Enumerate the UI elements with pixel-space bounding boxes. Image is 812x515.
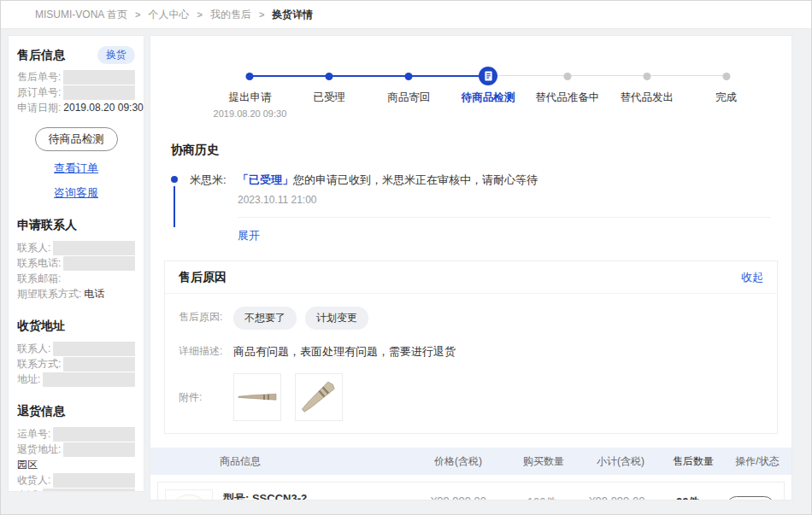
history-status: 「已受理」 (238, 173, 293, 186)
stepper-step-preparing: 替代品准备中 (527, 67, 607, 119)
collapse-link[interactable]: 收起 (741, 270, 763, 285)
prefer-contact-row: 期望联系方式: 电话 (17, 286, 135, 301)
applicant-phone-row: 联系电话: (17, 255, 135, 271)
redacted-address (43, 372, 135, 387)
shipping-address-title: 收货地址 (17, 319, 135, 334)
subtotal-value: ¥99,999.00 (575, 489, 659, 500)
step-dot (563, 73, 571, 80)
breadcrumb-home[interactable]: MISUMI-VONA 首页 (35, 8, 127, 22)
redacted-address-contact (53, 342, 135, 356)
attachment-thumbnail-1[interactable] (233, 373, 281, 421)
return-info-section: 退货信息 运单号: 退货地址: 园区 收货人: 电话: (17, 404, 135, 492)
product-cell: 型号: SSCCN3-2 高档双色沾塑柄活动扳手高档双色沾塑柄活动扳手 史丹利(… (165, 489, 409, 500)
reason-tag: 计划变更 (305, 307, 368, 330)
applicant-section: 申请联系人 联系人: 联系电话: 联系邮箱: 期望联系方式: 电话 (17, 218, 135, 301)
applicant-contact-row: 联系人: (17, 240, 135, 255)
goods-table: 商品信息 价格(含税) 购买数量 小计(含税) 售后数量 操作/状态 (150, 448, 791, 500)
table-row: 型号: SSCCN3-2 高档双色沾塑柄活动扳手高档双色沾塑柄活动扳手 史丹利(… (157, 482, 785, 500)
redacted-contact-name (53, 241, 135, 255)
contact-service-link[interactable]: 咨询客服 (17, 185, 135, 201)
prefer-contact-value: 电话 (84, 286, 104, 301)
reason-row: 售后原因: 不想要了 计划变更 (179, 307, 763, 330)
address-method-row: 联系方式: (17, 356, 135, 372)
history-message: 「已受理」您的申请已收到，米思米正在审核中，请耐心等待 (238, 173, 771, 188)
history-entry: 米思米: 「已受理」您的申请已收到，米思米正在审核中，请耐心等待 2023.10… (171, 173, 771, 243)
step-dot (722, 73, 730, 80)
breadcrumb-personal-center[interactable]: 个人中心 (148, 8, 189, 22)
expand-link[interactable]: 展开 (238, 228, 260, 243)
redacted-waybill (53, 427, 135, 442)
content-area: 售后信息 换货 售后单号: 原订单号: 申请日期: 2019.08.20 09:… (1, 29, 811, 500)
attachment-thumbnail-2[interactable] (295, 373, 343, 421)
product-image[interactable] (165, 489, 213, 500)
aftersale-reason-card: 售后原因 收起 售后原因: 不想要了 计划变更 详细描述: 商品有问题，表面处理… (164, 260, 778, 434)
breadcrumb-separator: > (197, 9, 202, 20)
timeline-line (174, 186, 175, 227)
breadcrumb-current: 换货详情 (272, 8, 313, 22)
redacted-return-phone (43, 489, 135, 493)
apply-date-row: 申请日期: 2019.08.20 09:30 (17, 100, 135, 115)
inspection-document-icon (479, 67, 497, 85)
negotiation-history-section: 协商历史 米思米: 「已受理」您的申请已收到，米思米正在审核中，请耐心等待 20… (171, 143, 771, 243)
reason-card-title: 售后原因 (179, 270, 227, 285)
redacted-return-address (63, 442, 135, 457)
return-address-row: 退货地址: (17, 442, 135, 457)
breadcrumb-separator: > (259, 9, 264, 20)
stepper-step-shipped: 替代品发出 (607, 67, 686, 119)
reason-tag: 不想要了 (233, 307, 297, 330)
aftersale-info-title: 售后信息 (17, 48, 65, 63)
progress-stepper: 提出申请 2019.08.20 09:30 已受理 商品寄回 (210, 67, 766, 119)
redacted-contact-phone (63, 256, 135, 271)
redacted-address-method (63, 357, 135, 372)
stepper-step-accepted: 已受理 (290, 67, 369, 119)
product-model: 型号: SSCCN3-2 (223, 491, 409, 500)
applicant-title: 申请联系人 (17, 218, 135, 233)
redacted-original-order (63, 85, 135, 100)
status-pill: 待商品检测 (35, 127, 118, 151)
step-dot (405, 73, 413, 80)
history-actor: 米思米: (190, 173, 232, 188)
description-row: 详细描述: 商品有问题，表面处理有问题，需要进行退货 (179, 341, 763, 362)
breadcrumb: MISUMI-VONA 首页 > 个人中心 > 我的售后 > 换货详情 (1, 1, 811, 29)
aftersale-sidebar: 售后信息 换货 售后单号: 原订单号: 申请日期: 2019.08.20 09:… (8, 35, 144, 492)
price-value: ¥99,999.00 (409, 489, 509, 500)
history-divider (238, 217, 771, 218)
stepper-step-returned: 商品寄回 (369, 67, 449, 119)
history-title: 协商历史 (171, 143, 771, 158)
address-row: 地址: (17, 372, 135, 387)
drill-bit-image (298, 377, 339, 418)
breadcrumb-separator: > (135, 9, 140, 20)
redacted-receiver (53, 473, 135, 488)
return-info-title: 退货信息 (17, 404, 135, 419)
step-date: 2019.08.20 09:30 (210, 108, 290, 119)
purchase-qty-value: 100件 (509, 489, 575, 500)
waybill-row: 运单号: (17, 426, 135, 442)
apply-date-value: 2019.08.20 09:30 (63, 100, 143, 115)
breadcrumb-my-aftersale[interactable]: 我的售后 (210, 8, 251, 22)
return-address-tail: 园区 (17, 457, 135, 472)
step-dot (246, 73, 254, 80)
stepper-step-apply: 提出申请 2019.08.20 09:30 (210, 67, 290, 119)
page: MISUMI-VONA 首页 > 个人中心 > 我的售后 > 换货详情 售后信息… (0, 0, 812, 515)
row-status-pill: 已受理 (727, 496, 774, 500)
row-status-cell: 已受理 (717, 489, 784, 500)
attachments-row: 附件: (179, 373, 763, 421)
stepper-step-complete: 完成 (686, 67, 766, 119)
aftersale-detail-main: 提出申请 2019.08.20 09:30 已受理 商品寄回 (150, 35, 792, 500)
step-dot (326, 73, 333, 80)
applicant-email-row: 联系邮箱: (17, 271, 135, 286)
timeline-dot (171, 176, 178, 183)
history-time: 2023.10.11 21:00 (238, 194, 771, 206)
shipping-address-section: 收货地址 联系人: 联系方式: 地址: (17, 319, 135, 387)
step-dot (643, 73, 650, 80)
description-text: 商品有问题，表面处理有问题，需要进行退货 (233, 341, 456, 362)
redacted-aftersale-number (63, 70, 135, 85)
table-header: 商品信息 价格(含税) 购买数量 小计(含税) 售后数量 操作/状态 (150, 448, 791, 475)
view-order-link[interactable]: 查看订单 (17, 161, 135, 176)
aftersale-qty-value: 22件 (659, 489, 717, 500)
aftersale-number-row: 售后单号: (17, 69, 135, 85)
original-order-row: 原订单号: (17, 85, 135, 100)
receiver-row: 收货人: (17, 472, 135, 488)
address-contact-row: 联系人: (17, 341, 135, 356)
drill-bit-image (238, 392, 277, 402)
